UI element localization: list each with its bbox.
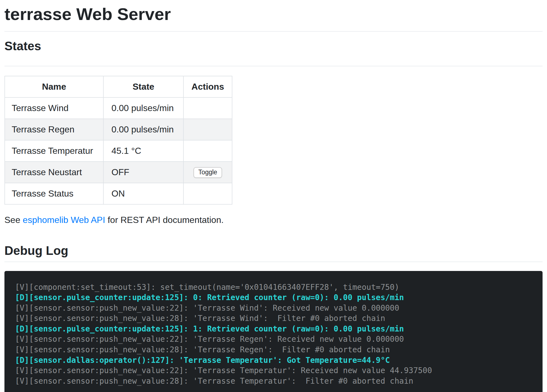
log-line: [V][sensor.sensor:push_new_value:28]: 'T… [15, 376, 532, 386]
debug-log-console: [V][component:set_timeout:53]: set_timeo… [4, 271, 543, 392]
log-line: [D][sensor.pulse_counter:update:125]: 0:… [15, 292, 532, 303]
log-line: [V][sensor.sensor:push_new_value:28]: 'T… [15, 345, 532, 355]
entity-state: ON [103, 183, 183, 204]
api-note-prefix: See [4, 215, 23, 225]
title-divider [4, 31, 543, 32]
entity-name: Terrasse Neustart [5, 162, 103, 183]
table-row-terrasse-status: Terrasse Status ON [5, 183, 232, 204]
entity-name: Terrasse Status [5, 183, 103, 204]
entity-actions: Toggle [183, 162, 232, 183]
entity-state: OFF [103, 162, 183, 183]
entity-actions [183, 97, 232, 119]
log-line: [V][sensor.sensor:push_new_value:22]: 'T… [15, 303, 532, 313]
log-line: [D][sensor.pulse_counter:update:125]: 1:… [15, 324, 532, 334]
debug-log-heading: Debug Log [4, 243, 543, 258]
log-line: [V][sensor.sensor:push_new_value:22]: 'T… [15, 365, 532, 376]
column-header-state: State [103, 76, 183, 97]
debug-divider [4, 262, 543, 262]
toggle-button[interactable]: Toggle [193, 167, 222, 178]
log-line: [V][sensor.sensor:push_new_value:28]: 'T… [15, 313, 532, 324]
log-line: [D][sensor.dallas:operator():127]: 'Terr… [15, 355, 532, 366]
column-header-actions: Actions [183, 76, 232, 97]
entity-name: Terrasse Regen [5, 119, 103, 140]
entity-actions [183, 183, 232, 204]
states-divider [4, 66, 543, 66]
log-line: [V][component:set_timeout:53]: set_timeo… [15, 282, 532, 293]
states-heading: States [4, 38, 543, 54]
entity-actions [183, 140, 232, 162]
table-row-terrasse-wind: Terrasse Wind 0.00 pulses/min [5, 97, 232, 119]
api-note: See esphomelib Web API for REST API docu… [4, 215, 543, 225]
entity-state: 0.00 pulses/min [103, 97, 183, 119]
states-table-header-row: Name State Actions [5, 76, 232, 97]
column-header-name: Name [5, 76, 103, 97]
entity-state: 45.1 °C [103, 140, 183, 162]
entity-state: 0.00 pulses/min [103, 119, 183, 140]
entity-actions [183, 119, 232, 140]
entity-name: Terrasse Temperatur [5, 140, 103, 162]
page-title: terrasse Web Server [4, 3, 543, 25]
table-row-terrasse-regen: Terrasse Regen 0.00 pulses/min [5, 119, 232, 140]
log-line: [V][sensor.sensor:push_new_value:22]: 'T… [15, 334, 532, 345]
table-row-terrasse-temperatur: Terrasse Temperatur 45.1 °C [5, 140, 232, 162]
states-table: Name State Actions Terrasse Wind 0.00 pu… [4, 76, 232, 205]
api-note-suffix: for REST API documentation. [105, 215, 223, 225]
esphomelib-web-api-link[interactable]: esphomelib Web API [23, 215, 105, 225]
entity-name: Terrasse Wind [5, 97, 103, 119]
table-row-terrasse-neustart: Terrasse Neustart OFF Toggle [5, 162, 232, 183]
